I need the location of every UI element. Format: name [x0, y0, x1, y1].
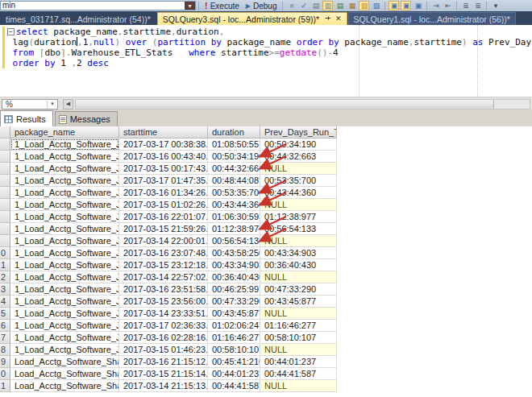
toolbar-icon[interactable]: ⇥	[430, 1, 441, 10]
grid-cell-duration[interactable]: 00:44:32:663	[208, 163, 260, 175]
grid-cell-package_name[interactable]: Load_Acctg_Software_Shared	[10, 380, 119, 392]
document-tab-3[interactable]: SQLQuery1.sql - loc...Administrator (56)…	[348, 12, 516, 25]
grid-cell-Prev_Days_Run_Time[interactable]: 00:44:32:663	[260, 151, 337, 163]
grid-cell-duration[interactable]: 01:06:30:593	[208, 211, 260, 223]
grid-cell-starttime[interactable]: 2017-03-15 23:12:18.000	[119, 259, 208, 271]
toolbar-icon[interactable]: ≣	[472, 1, 483, 10]
pin-icon[interactable]	[324, 15, 331, 23]
grid-cell-package_name[interactable]: 1_Load_Acctg_Software_Job_2	[10, 187, 119, 199]
grid-cell-duration[interactable]: 00:43:58:250	[208, 247, 260, 259]
scroll-left-arrow[interactable]: ◀	[63, 99, 73, 110]
column-header-package_name[interactable]: package_name	[10, 126, 119, 139]
grid-cell-package_name[interactable]: 1_Load_Acctg_Software_Job_2	[10, 199, 119, 211]
grid-cell-starttime[interactable]: 2017-03-15 21:15:14.000	[119, 368, 208, 380]
grid-cell-duration[interactable]: 00:46:25:997	[208, 283, 260, 296]
column-header-duration[interactable]: duration	[208, 126, 260, 139]
sql-editor[interactable]: −select package_name,starttime,duration,…	[0, 25, 532, 97]
toolbar-icon[interactable]: ⇤	[443, 1, 453, 10]
grid-cell-package_name[interactable]: 1_Load_Acctg_Software_Job_3	[10, 211, 119, 223]
scrollbar-thumb[interactable]	[76, 100, 494, 109]
toolbar-icon[interactable]: ▧	[359, 1, 369, 10]
grid-cell-duration[interactable]: 00:56:54:133	[208, 235, 260, 247]
grid-cell-starttime[interactable]: 2017-03-17 00:38:38.000	[119, 139, 208, 151]
toolbar-icon[interactable]: ▦	[347, 1, 357, 10]
close-icon[interactable]: ✕	[335, 15, 342, 23]
row-number[interactable]: 5	[0, 308, 10, 320]
grid-cell-Prev_Days_Run_Time[interactable]: NULL	[260, 271, 337, 283]
grid-cell-starttime[interactable]: 2017-03-17 02:36:33.000	[119, 320, 208, 332]
grid-cell-Prev_Days_Run_Time[interactable]: 00:36:40:430	[260, 259, 337, 271]
row-number[interactable]	[0, 175, 10, 187]
toolbar-icon[interactable]: ▣	[389, 1, 399, 10]
grid-cell-Prev_Days_Run_Time[interactable]: 00:43:45:877	[260, 296, 337, 308]
grid-cell-package_name[interactable]: 1_Load_Acctg_Software_Job_5	[10, 308, 119, 320]
tab-messages[interactable]: Messages	[55, 111, 118, 126]
grid-cell-duration[interactable]: 00:43:44:360	[208, 199, 260, 211]
row-number[interactable]: 1	[0, 259, 10, 271]
grid-cell-Prev_Days_Run_Time[interactable]: 00:58:10:107	[260, 332, 337, 344]
grid-cell-package_name[interactable]: 1_Load_Acctg_Software_Job_3	[10, 223, 119, 235]
grid-cell-duration[interactable]: 00:44:41:587	[208, 380, 260, 392]
grid-cell-Prev_Days_Run_Time[interactable]: 01:16:46:277	[260, 320, 337, 332]
row-number[interactable]: 1	[0, 380, 10, 392]
grid-cell-Prev_Days_Run_Time[interactable]: 00:44:41:587	[260, 368, 337, 380]
grid-cell-starttime[interactable]: 2017-03-15 21:59:26.000	[119, 223, 208, 235]
grid-cell-starttime[interactable]: 2017-03-16 22:01:07.000	[119, 211, 208, 223]
grid-cell-package_name[interactable]: 1_Load_Acctg_Software_Job_4	[10, 259, 119, 271]
grid-cell-package_name[interactable]: 1_Load_Acctg_Software_Job_6	[10, 344, 119, 356]
grid-cell-duration[interactable]: 01:12:38:977	[208, 223, 260, 235]
row-number[interactable]	[0, 199, 10, 211]
sql-line[interactable]: from [dbo].Warehouse_ETL_Stats where sta…	[7, 48, 532, 58]
document-tab-2[interactable]: SQLQuery3.sql - loc...Administrator (59)…	[157, 12, 347, 25]
grid-cell-package_name[interactable]: 1_Load_Acctg_Software_Job_1	[10, 139, 119, 151]
row-number[interactable]: 7	[0, 332, 10, 344]
grid-cell-package_name[interactable]: 1_Load_Acctg_Software_Job_4	[10, 247, 119, 259]
grid-cell-starttime[interactable]: 2017-03-15 01:46:23.000	[119, 344, 208, 356]
grid-cell-package_name[interactable]: 1_Load_Acctg_Software_Job_6	[10, 332, 119, 344]
grid-cell-duration[interactable]: 00:58:10:107	[208, 344, 260, 356]
chevron-down-icon[interactable]: ▾	[185, 2, 195, 10]
row-number[interactable]: 0	[0, 247, 10, 259]
grid-cell-Prev_Days_Run_Time[interactable]: NULL	[260, 235, 337, 247]
grid-cell-Prev_Days_Run_Time[interactable]: 00:43:34:903	[260, 247, 337, 259]
sql-line[interactable]: order by 1 ,2 desc	[7, 58, 532, 68]
grid-cell-duration[interactable]: 00:50:34:190	[208, 151, 260, 163]
toolbar-icon[interactable]: ▾	[490, 1, 501, 10]
column-header-Prev_Days_Run_Time[interactable]: Prev_Days_Run_Time	[260, 126, 337, 139]
grid-cell-package_name[interactable]: 1_Load_Acctg_Software_Job_5	[10, 296, 119, 308]
column-header-starttime[interactable]: starttime	[119, 126, 208, 139]
grid-cell-package_name[interactable]: 1_Load_Acctg_Software_Job_2	[10, 175, 119, 187]
grid-cell-package_name[interactable]: 1_Load_Acctg_Software_Job_1	[10, 151, 119, 163]
grid-cell-duration[interactable]: 01:02:06:247	[208, 320, 260, 332]
grid-cell-Prev_Days_Run_Time[interactable]: 01:12:38:977	[260, 211, 337, 223]
grid-cell-package_name[interactable]: 1_Load_Acctg_Software_Job_5	[10, 283, 119, 296]
grid-cell-starttime[interactable]: 2017-03-14 21:15:13.000	[119, 380, 208, 392]
row-number[interactable]	[0, 211, 10, 223]
grid-cell-Prev_Days_Run_Time[interactable]: 00:56:54:133	[260, 223, 337, 235]
grid-cell-duration[interactable]: 00:53:35:700	[208, 187, 260, 199]
toolbar-icon[interactable]: ≣	[460, 1, 471, 10]
grid-cell-Prev_Days_Run_Time[interactable]: NULL	[260, 380, 337, 392]
toolbar-icon[interactable]: ▨	[371, 1, 381, 10]
row-number[interactable]: 6	[0, 320, 10, 332]
grid-cell-starttime[interactable]: 2017-03-16 00:43:40.000	[119, 151, 208, 163]
grid-cell-package_name[interactable]: 1_Load_Acctg_Software_Job_3	[10, 235, 119, 247]
grid-cell-starttime[interactable]: 2017-03-15 01:02:26.000	[119, 199, 208, 211]
grid-cell-starttime[interactable]: 2017-03-16 23:51:58.000	[119, 283, 208, 296]
grid-cell-package_name[interactable]: 1_Load_Acctg_Software_Job_1	[10, 163, 119, 175]
grid-cell-Prev_Days_Run_Time[interactable]: NULL	[260, 308, 337, 320]
grid-cell-duration[interactable]: 00:36:40:430	[208, 271, 260, 283]
row-number[interactable]	[0, 235, 10, 247]
row-number[interactable]	[0, 139, 10, 151]
grid-cell-duration[interactable]: 01:16:46:277	[208, 332, 260, 344]
zoom-combo[interactable]: % ▾	[2, 99, 58, 110]
grid-cell-Prev_Days_Run_Time[interactable]: 00:44:01:237	[260, 356, 337, 368]
grid-cell-Prev_Days_Run_Time[interactable]: 00:53:35:700	[260, 175, 337, 187]
grid-cell-Prev_Days_Run_Time[interactable]: NULL	[260, 199, 337, 211]
toolbar-icon[interactable]: ▣	[401, 1, 411, 10]
grid-cell-package_name[interactable]: Load_Acctg_Software_Shared	[10, 356, 119, 368]
row-number[interactable]	[0, 151, 10, 163]
document-tab-1[interactable]: times_031717.sq...Administrator (54))*	[0, 12, 156, 25]
row-number[interactable]: 9	[0, 356, 10, 368]
grid-cell-duration[interactable]: 00:44:01:237	[208, 368, 260, 380]
